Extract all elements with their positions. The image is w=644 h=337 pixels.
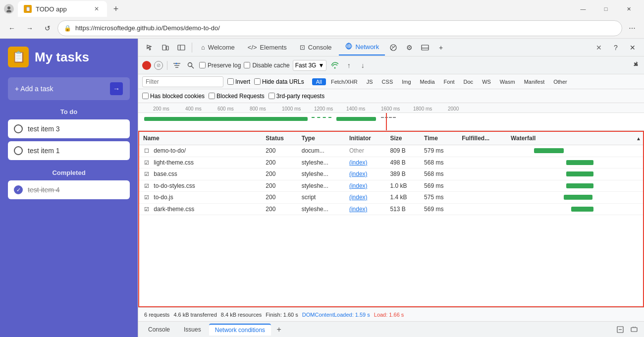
browser-more-button[interactable]: ··· xyxy=(624,20,640,36)
waterfall-bar xyxy=(571,207,593,212)
filter-type-font[interactable]: Font xyxy=(440,78,459,85)
file-name: demo-to-do/ xyxy=(154,147,186,154)
tab-elements[interactable]: </> Elements xyxy=(242,40,293,56)
add-tab-button[interactable]: + xyxy=(433,41,448,55)
col-status[interactable]: Status xyxy=(262,132,297,145)
initiator-link[interactable]: (index) xyxy=(349,170,368,177)
todo-section-label: To do xyxy=(8,108,130,115)
task-text: test item 1 xyxy=(28,147,60,155)
initiator-link[interactable]: (index) xyxy=(349,194,368,201)
close-tab-button[interactable] xyxy=(628,324,640,336)
third-party-checkbox[interactable]: 3rd-party requests xyxy=(268,93,324,100)
add-task-button[interactable]: + Add a task → xyxy=(8,77,130,100)
invert-checkbox[interactable]: Invert xyxy=(227,78,250,85)
tick-800: 800 ms xyxy=(250,106,266,112)
bottom-tab-network-conditions[interactable]: Network conditions xyxy=(209,324,271,336)
initiator-link[interactable]: (index) xyxy=(349,206,368,213)
task-checkbox[interactable] xyxy=(14,124,23,133)
clear-button[interactable]: ⊘ xyxy=(154,61,163,70)
upload-icon-button[interactable]: ↑ xyxy=(343,60,354,71)
filter-type-manifest[interactable]: Manifest xyxy=(520,78,549,85)
filter-type-doc[interactable]: Doc xyxy=(460,78,478,85)
hide-data-urls-checkbox[interactable]: Hide data URLs xyxy=(254,78,304,85)
svg-rect-2 xyxy=(162,45,166,50)
filter-type-all[interactable]: All xyxy=(312,78,326,85)
bottom-tab-console[interactable]: Console xyxy=(142,324,176,335)
filter-type-media[interactable]: Media xyxy=(416,78,439,85)
task-checkbox-checked[interactable]: ✓ xyxy=(14,185,23,194)
blocked-cookies-checkbox[interactable]: Has blocked cookies xyxy=(142,93,205,100)
blocked-cookies-input[interactable] xyxy=(142,93,149,99)
list-item[interactable]: test item 3 xyxy=(8,119,130,138)
network-settings-button[interactable] xyxy=(632,60,640,70)
filter-type-ws[interactable]: WS xyxy=(478,78,495,85)
devtools-help-button[interactable]: ? xyxy=(608,41,623,55)
search-icon-button[interactable] xyxy=(185,60,196,71)
table-row[interactable]: ☑ to-do-styles.css 200 styleshe... (inde… xyxy=(139,180,643,192)
record-button[interactable] xyxy=(142,61,151,70)
task-checkbox[interactable] xyxy=(14,146,23,155)
profile-icon[interactable] xyxy=(4,4,14,14)
filter-type-fetch[interactable]: Fetch/XHR xyxy=(327,78,362,85)
dock-button[interactable] xyxy=(418,41,432,55)
table-row[interactable]: ☑ light-theme.css 200 styleshe... (index… xyxy=(139,157,643,168)
throttle-select[interactable]: Fast 3G ▼ xyxy=(293,60,327,71)
undock-button[interactable] xyxy=(614,324,626,336)
third-party-input[interactable] xyxy=(268,93,275,99)
back-button[interactable]: ← xyxy=(4,20,20,36)
tab-console[interactable]: ⊡ Console xyxy=(294,40,338,56)
device-toolbar-button[interactable] xyxy=(158,41,173,55)
filter-type-img[interactable]: Img xyxy=(398,78,415,85)
table-row[interactable]: ☑ dark-theme.css 200 styleshe... (index)… xyxy=(139,203,643,215)
download-icon-button[interactable]: ↓ xyxy=(357,60,368,71)
minimize-button[interactable]: — xyxy=(572,1,594,17)
tab-close-button[interactable]: ✕ xyxy=(92,4,101,13)
bottom-add-tab-button[interactable]: + xyxy=(273,324,285,336)
maximize-button[interactable]: □ xyxy=(594,1,617,17)
settings-button[interactable]: ⚙ xyxy=(402,41,417,55)
col-time[interactable]: Time xyxy=(420,132,458,145)
refresh-button[interactable]: ↺ xyxy=(40,20,55,36)
tab-todo-app[interactable]: 📋 TODO app ✕ xyxy=(18,1,107,17)
devtools-more-button[interactable]: ✕ xyxy=(591,41,606,55)
blocked-requests-input[interactable] xyxy=(209,93,215,99)
table-row[interactable]: ☐ demo-to-do/ 200 docum... Other 809 B 5… xyxy=(139,145,643,157)
sidebar-toggle-button[interactable] xyxy=(174,41,189,55)
filter-type-wasm[interactable]: Wasm xyxy=(496,78,519,85)
filter-type-js[interactable]: JS xyxy=(363,78,377,85)
col-type[interactable]: Type xyxy=(298,132,345,145)
filter-icon-button[interactable] xyxy=(171,60,182,71)
preserve-log-input[interactable] xyxy=(199,62,206,68)
tab-network[interactable]: Network xyxy=(339,40,385,56)
col-initiator[interactable]: Initiator xyxy=(345,132,386,145)
filter-type-other[interactable]: Other xyxy=(549,78,571,85)
invert-input[interactable] xyxy=(227,78,234,85)
preserve-log-checkbox[interactable]: Preserve log xyxy=(199,62,241,69)
forward-button[interactable]: → xyxy=(22,20,38,36)
hide-data-urls-input[interactable] xyxy=(254,78,261,85)
col-size[interactable]: Size xyxy=(386,132,420,145)
bottom-tab-issues[interactable]: Issues xyxy=(178,324,207,335)
disable-cache-checkbox[interactable]: Disable cache xyxy=(244,62,289,69)
new-tab-button[interactable]: + xyxy=(109,2,123,16)
address-bar[interactable]: 🔒 https://microsoftedge.github.io/Demos/… xyxy=(57,20,622,36)
initiator-link[interactable]: (index) xyxy=(349,182,368,189)
blocked-requests-checkbox[interactable]: Blocked Requests xyxy=(209,93,265,100)
filter-input[interactable] xyxy=(142,76,223,87)
close-button[interactable]: ✕ xyxy=(617,1,640,17)
performance-button[interactable] xyxy=(386,41,401,55)
col-name[interactable]: Name xyxy=(139,132,262,145)
list-item[interactable]: test item 1 xyxy=(8,141,130,160)
list-item[interactable]: ✓ test item 4 xyxy=(8,180,130,199)
disable-cache-input[interactable] xyxy=(244,62,250,68)
inspect-element-button[interactable] xyxy=(142,41,157,55)
col-fulfilled[interactable]: Fulfilled... xyxy=(458,132,507,145)
initiator-link[interactable]: (index) xyxy=(349,159,368,166)
online-icon-button[interactable] xyxy=(329,60,340,71)
devtools-close-button[interactable]: ✕ xyxy=(625,41,640,55)
tab-welcome[interactable]: ⌂ Welcome xyxy=(195,40,241,56)
col-waterfall[interactable]: Waterfall ▲ xyxy=(507,132,643,145)
table-row[interactable]: ☑ base.css 200 styleshe... (index) 389 B… xyxy=(139,168,643,180)
filter-type-css[interactable]: CSS xyxy=(378,78,397,85)
table-row[interactable]: ☑ to-do.js 200 script (index) 1.4 kB 575… xyxy=(139,192,643,204)
